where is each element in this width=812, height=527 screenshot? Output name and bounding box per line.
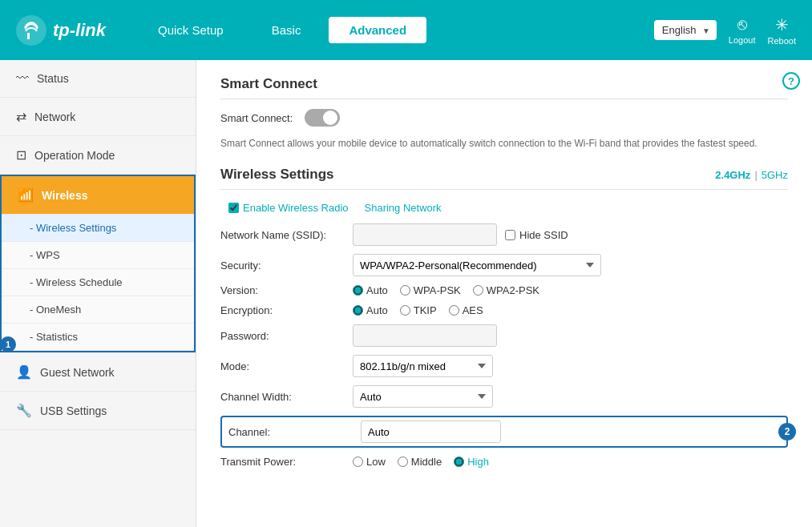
sidebar-sub-wireless-schedule[interactable]: - Wireless Schedule [2,269,194,296]
badge-1-marker: 1 [0,336,16,352]
wireless-settings-header: Wireless Settings 2.4GHz | 5GHz [220,167,788,190]
encryption-auto-radio[interactable] [353,305,363,316]
hide-ssid-checkbox[interactable] [505,230,515,240]
wireless-icon: 📶 [18,187,34,203]
network-name-label: Network Name (SSID): [220,229,353,241]
mode-row: Mode: 802.11b/g/n mixed [220,355,788,377]
network-name-row: Network Name (SSID): Hide SSID [220,223,788,246]
sidebar-item-wireless[interactable]: 📶 Wireless [2,176,194,215]
security-select[interactable]: WPA/WPA2-Personal(Recommended) [353,254,601,276]
reboot-icon: ✳ [775,15,789,34]
nav-basic[interactable]: Basic [252,17,321,43]
version-wpa-psk-label[interactable]: WPA-PSK [400,284,461,296]
version-auto-radio[interactable] [353,285,363,296]
encryption-tkip-radio[interactable] [400,305,410,316]
sharing-network-link[interactable]: Sharing Network [365,202,442,214]
smart-connect-label: Smart Connect: [220,112,293,124]
password-input[interactable] [353,324,497,347]
enable-wireless-label[interactable]: Enable Wireless Radio [228,202,349,214]
badge-2-marker: 2 [778,423,796,441]
channel-select[interactable]: Auto [361,420,501,443]
channel-width-label: Channel Width: [220,391,353,403]
logo-area: tp-link [16,15,106,46]
transmit-low-label[interactable]: Low [353,456,386,468]
mode-select[interactable]: 802.11b/g/n mixed [353,355,493,377]
sidebar-sub-statistics[interactable]: - Statistics [2,324,194,351]
transmit-power-label: Transmit Power: [220,456,353,468]
smart-connect-title: Smart Connect [220,76,788,99]
smart-connect-description: Smart Connect allows your mobile device … [220,136,788,151]
sidebar-item-status[interactable]: 〰 Status [0,60,196,98]
freq-tabs: 2.4GHz | 5GHz [715,169,788,181]
transmit-high-label[interactable]: High [454,456,489,468]
encryption-control: Auto TKIP AES [353,304,788,316]
channel-width-row: Channel Width: Auto [220,385,788,408]
language-selector[interactable]: English ▼ [654,20,717,40]
sidebar-item-usb-settings[interactable]: 🔧 USB Settings [0,392,196,430]
smart-connect-row: Smart Connect: [220,109,788,127]
logout-button[interactable]: ⎋ Logout [729,15,756,45]
encryption-row: Encryption: Auto TKIP AES [220,304,788,316]
password-row: Password: [220,324,788,347]
help-icon[interactable]: ? [782,72,800,90]
smart-connect-toggle[interactable] [305,109,340,127]
tp-link-logo-icon [16,15,46,46]
security-control: WPA/WPA2-Personal(Recommended) [353,254,788,276]
usb-settings-icon: 🔧 [16,403,32,418]
toggle-knob [323,111,337,125]
sidebar-item-operation-mode[interactable]: ⊡ Operation Mode [0,136,196,175]
channel-width-control: Auto [353,385,788,408]
transmit-power-row: Transmit Power: Low Middle High [220,456,788,468]
encryption-aes-label[interactable]: AES [449,304,483,316]
encryption-aes-radio[interactable] [449,305,459,316]
version-wpa2-psk-label[interactable]: WPA2-PSK [473,284,539,296]
network-icon: ⇄ [16,109,26,124]
operation-mode-icon: ⊡ [16,147,26,163]
nav-quick-setup[interactable]: Quick Setup [138,17,244,43]
wireless-form: Network Name (SSID): Hide SSID Security: [220,223,788,468]
enable-wireless-checkbox[interactable] [228,203,239,213]
status-icon: 〰 [16,71,29,86]
nav-advanced[interactable]: Advanced [329,17,426,43]
mode-control: 802.11b/g/n mixed [353,355,788,377]
channel-row-border: Channel: Auto [220,416,788,448]
network-name-input[interactable] [353,223,497,246]
logout-icon: ⎋ [737,15,747,34]
version-row: Version: Auto WPA-PSK WPA2-PSK [220,284,788,296]
nav-tabs: Quick Setup Basic Advanced [138,17,654,43]
smart-connect-section: Smart Connect Smart Connect: Smart Conne… [220,76,788,151]
encryption-auto-label[interactable]: Auto [353,304,388,316]
version-control: Auto WPA-PSK WPA2-PSK [353,284,788,296]
channel-width-select[interactable]: Auto [353,385,493,408]
sidebar-sub-wps[interactable]: - WPS [2,242,194,269]
freq-tab-2g[interactable]: 2.4GHz [715,169,750,181]
language-select[interactable]: English [654,20,717,40]
sidebar-sub-onemesh[interactable]: - OneMesh [2,296,194,324]
version-wpa-psk-radio[interactable] [400,285,410,296]
sidebar-item-network[interactable]: ⇄ Network [0,98,196,136]
sidebar-item-guest-network[interactable]: 👤 Guest Network [0,352,196,392]
reboot-button[interactable]: ✳ Reboot [768,15,796,46]
logo-text: tp-link [53,20,106,41]
main-layout: 〰 Status ⇄ Network ⊡ Operation Mode 📶 Wi… [0,60,812,527]
content-area: ? Smart Connect Smart Connect: Smart Con… [196,60,812,527]
network-name-control: Hide SSID [353,223,788,246]
transmit-middle-radio[interactable] [398,457,408,467]
freq-tab-5g[interactable]: 5GHz [762,169,788,181]
transmit-low-radio[interactable] [353,457,363,467]
guest-network-icon: 👤 [16,364,32,380]
encryption-tkip-label[interactable]: TKIP [400,304,437,316]
channel-highlighted-wrapper: Channel: Auto 2 [220,416,788,448]
password-label: Password: [220,330,353,342]
transmit-middle-label[interactable]: Middle [398,456,442,468]
channel-label: Channel: [228,426,361,438]
password-control [353,324,788,347]
wireless-settings-section: Wireless Settings 2.4GHz | 5GHz Enable W… [220,167,788,468]
svg-point-0 [16,15,46,46]
security-row: Security: WPA/WPA2-Personal(Recommended) [220,254,788,276]
version-wpa2-psk-radio[interactable] [473,285,483,296]
hide-ssid-label[interactable]: Hide SSID [505,229,568,241]
sidebar-sub-wireless-settings[interactable]: - Wireless Settings [2,215,194,242]
version-auto-label[interactable]: Auto [353,284,388,296]
transmit-high-radio[interactable] [454,457,464,467]
